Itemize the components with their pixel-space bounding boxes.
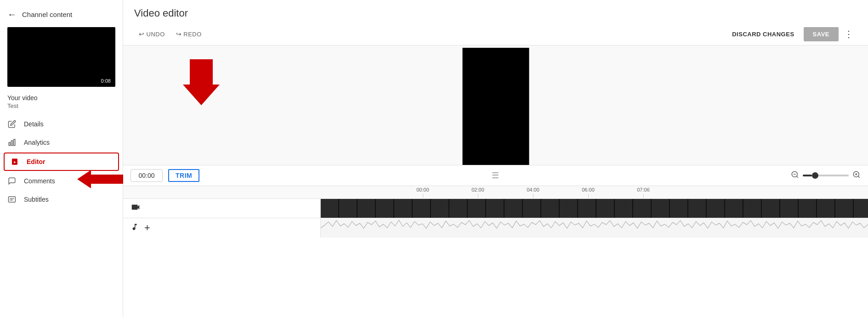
video-track-content[interactable] bbox=[321, 199, 868, 218]
svg-rect-0 bbox=[9, 142, 10, 146]
subtitles-label: Subtitles bbox=[24, 196, 49, 203]
timeline-ruler: 00:00 02:00 04:00 06:00 07:06 bbox=[123, 186, 868, 199]
ruler-label-3: 06:00 bbox=[582, 187, 595, 192]
time-controls: 00:00 TRIM ☰ bbox=[123, 165, 868, 186]
undo-label: UNDO bbox=[147, 31, 165, 38]
zoom-in-icon[interactable] bbox=[852, 170, 861, 181]
main-content: Video editor ↩ UNDO ↪ REDO DISCARD CHANG… bbox=[123, 0, 868, 317]
trim-label: TRIM bbox=[176, 172, 192, 179]
zoom-out-icon[interactable] bbox=[791, 170, 799, 181]
ruler-mark-1: 02:00 bbox=[450, 187, 505, 198]
video-frames bbox=[321, 199, 868, 218]
sidebar-item-subtitles[interactable]: Subtitles bbox=[0, 190, 123, 209]
save-button[interactable]: SAVE bbox=[804, 27, 839, 41]
comments-label: Comments bbox=[24, 177, 55, 185]
video-track-controls bbox=[123, 199, 321, 218]
zoom-slider[interactable] bbox=[803, 175, 849, 176]
video-duration: 0:08 bbox=[99, 78, 113, 84]
ruler-label-1: 02:00 bbox=[471, 187, 484, 192]
music-icon bbox=[130, 223, 139, 233]
video-thumbnail: 0:08 bbox=[7, 27, 115, 87]
editor-icon bbox=[10, 157, 19, 166]
svg-rect-3 bbox=[9, 197, 16, 202]
ruler-mark-2: 04:00 bbox=[505, 187, 561, 198]
ruler-label-4: 07:06 bbox=[637, 187, 650, 192]
sidebar-item-analytics[interactable]: Analytics bbox=[0, 133, 123, 152]
svg-line-8 bbox=[796, 176, 798, 177]
audio-track-controls: + bbox=[123, 218, 321, 238]
annotation-down-arrow bbox=[183, 59, 220, 107]
more-icon: ⋮ bbox=[844, 29, 853, 39]
ruler-mark-0: 00:00 bbox=[395, 187, 450, 198]
svg-rect-1 bbox=[11, 141, 13, 146]
main-header: Video editor bbox=[123, 0, 868, 23]
redo-label: REDO bbox=[183, 31, 202, 38]
trim-button[interactable]: TRIM bbox=[168, 169, 199, 182]
zoom-slider-thumb bbox=[812, 172, 818, 179]
time-display: 00:00 bbox=[130, 169, 163, 182]
video-subtitle: Test bbox=[7, 102, 115, 109]
editor-controls: 00:00 TRIM ☰ bbox=[123, 165, 868, 238]
channel-content-label: Channel content bbox=[22, 11, 72, 18]
ruler-mark-3: 06:00 bbox=[561, 187, 616, 198]
pencil-icon bbox=[7, 119, 17, 129]
audio-track: + bbox=[123, 218, 868, 238]
preview-area bbox=[123, 45, 868, 165]
drag-handle-icon: ☰ bbox=[492, 170, 499, 181]
redo-button[interactable]: ↪ REDO bbox=[171, 28, 206, 40]
redo-icon: ↪ bbox=[176, 30, 182, 38]
video-camera-icon bbox=[130, 202, 141, 215]
add-audio-button[interactable]: + bbox=[144, 222, 150, 234]
ruler-label-2: 04:00 bbox=[527, 187, 539, 192]
toolbar: ↩ UNDO ↪ REDO DISCARD CHANGES SAVE ⋮ bbox=[123, 23, 868, 45]
video-title: Your video bbox=[7, 94, 115, 102]
sidebar-item-comments[interactable]: Comments bbox=[0, 172, 123, 190]
undo-button[interactable]: ↩ UNDO bbox=[134, 28, 170, 40]
video-preview bbox=[462, 48, 529, 165]
page-title: Video editor bbox=[134, 7, 857, 19]
ruler-label-0: 00:00 bbox=[416, 187, 429, 192]
sidebar-item-details[interactable]: Details bbox=[0, 115, 123, 133]
sidebar-header: ← Channel content bbox=[0, 4, 123, 27]
svg-rect-2 bbox=[14, 139, 15, 146]
plus-icon: + bbox=[144, 222, 150, 233]
discard-label: DISCARD CHANGES bbox=[732, 31, 794, 38]
comments-icon bbox=[7, 176, 17, 186]
subtitles-icon bbox=[7, 195, 17, 204]
video-track bbox=[123, 199, 868, 218]
analytics-icon bbox=[7, 138, 17, 147]
video-info: Your video Test bbox=[0, 92, 123, 115]
svg-line-11 bbox=[858, 176, 859, 177]
sidebar-item-editor[interactable]: Editor bbox=[4, 153, 119, 171]
waveform bbox=[321, 218, 868, 238]
sidebar: ← Channel content 0:08 Your video Test D… bbox=[0, 0, 123, 317]
audio-track-content[interactable] bbox=[321, 218, 868, 238]
discard-button[interactable]: DISCARD CHANGES bbox=[725, 27, 801, 41]
more-options-button[interactable]: ⋮ bbox=[840, 27, 857, 41]
editor-label: Editor bbox=[27, 158, 45, 165]
save-label: SAVE bbox=[813, 31, 829, 38]
undo-icon: ↩ bbox=[139, 30, 145, 38]
center-controls: ☰ bbox=[205, 170, 785, 181]
details-label: Details bbox=[24, 120, 44, 128]
zoom-controls bbox=[791, 170, 861, 181]
svg-marker-6 bbox=[183, 59, 220, 105]
back-button[interactable]: ← bbox=[7, 9, 17, 20]
ruler-mark-4: 07:06 bbox=[616, 187, 671, 198]
analytics-label: Analytics bbox=[24, 139, 50, 146]
